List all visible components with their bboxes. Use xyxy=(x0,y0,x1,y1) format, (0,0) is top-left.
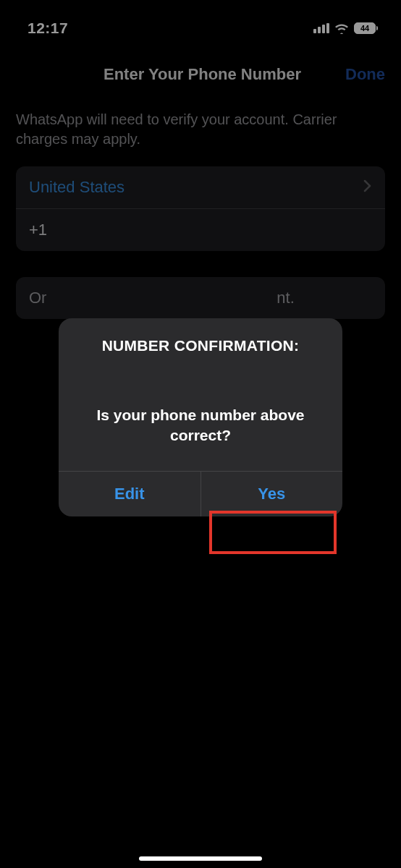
alert-buttons: Edit Yes xyxy=(59,471,342,516)
alert-title: NUMBER CONFIRMATION: xyxy=(59,318,342,362)
alert-message: Is your phone number above correct? xyxy=(59,362,342,471)
confirmation-alert: NUMBER CONFIRMATION: Is your phone numbe… xyxy=(59,318,342,516)
home-indicator xyxy=(139,856,262,861)
yes-button[interactable]: Yes xyxy=(201,472,343,516)
edit-button[interactable]: Edit xyxy=(59,472,201,516)
